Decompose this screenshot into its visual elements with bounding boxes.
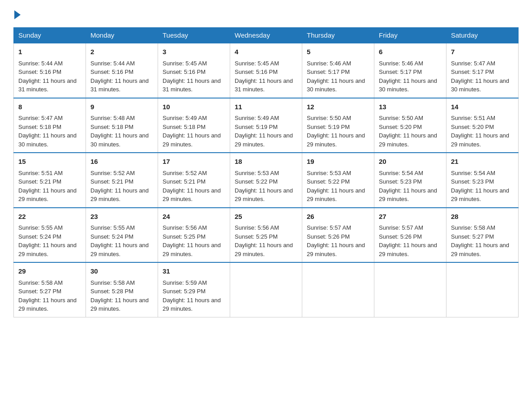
calendar-day-cell: 19Sunrise: 5:53 AMSunset: 5:22 PMDayligh… — [302, 153, 374, 208]
page-header — [13, 9, 519, 19]
calendar-day-header: Monday — [86, 28, 158, 43]
calendar-day-cell: 26Sunrise: 5:57 AMSunset: 5:26 PMDayligh… — [302, 208, 374, 263]
calendar-day-cell: 20Sunrise: 5:54 AMSunset: 5:23 PMDayligh… — [374, 153, 446, 208]
calendar-table: SundayMondayTuesdayWednesdayThursdayFrid… — [13, 27, 519, 317]
calendar-day-header: Tuesday — [158, 28, 230, 43]
day-number: 24 — [163, 212, 225, 222]
logo-arrow-icon — [14, 10, 21, 19]
calendar-day-cell: 28Sunrise: 5:58 AMSunset: 5:27 PMDayligh… — [446, 208, 519, 263]
calendar-day-cell: 23Sunrise: 5:55 AMSunset: 5:24 PMDayligh… — [86, 208, 158, 263]
calendar-header-row: SundayMondayTuesdayWednesdayThursdayFrid… — [14, 28, 519, 43]
day-number: 22 — [18, 212, 81, 222]
day-number: 7 — [451, 47, 514, 57]
calendar-day-cell: 25Sunrise: 5:56 AMSunset: 5:25 PMDayligh… — [230, 208, 302, 263]
calendar-day-cell: 5Sunrise: 5:46 AMSunset: 5:17 PMDaylight… — [302, 43, 374, 98]
calendar-day-cell — [230, 262, 302, 317]
calendar-day-header: Sunday — [14, 28, 86, 43]
calendar-day-cell: 4Sunrise: 5:45 AMSunset: 5:16 PMDaylight… — [230, 43, 302, 98]
day-number: 3 — [163, 47, 225, 57]
calendar-day-cell: 1Sunrise: 5:44 AMSunset: 5:16 PMDaylight… — [14, 43, 86, 98]
day-number: 4 — [235, 47, 297, 57]
calendar-day-cell: 14Sunrise: 5:51 AMSunset: 5:20 PMDayligh… — [446, 98, 519, 153]
day-number: 27 — [379, 212, 442, 222]
calendar-day-cell: 21Sunrise: 5:54 AMSunset: 5:23 PMDayligh… — [446, 153, 519, 208]
day-number: 11 — [235, 102, 297, 112]
calendar-day-cell: 30Sunrise: 5:58 AMSunset: 5:28 PMDayligh… — [86, 262, 158, 317]
calendar-day-cell: 7Sunrise: 5:47 AMSunset: 5:17 PMDaylight… — [446, 43, 519, 98]
day-number: 10 — [163, 102, 225, 112]
calendar-day-cell: 17Sunrise: 5:52 AMSunset: 5:21 PMDayligh… — [158, 153, 230, 208]
day-number: 20 — [379, 157, 442, 167]
calendar-day-cell: 13Sunrise: 5:50 AMSunset: 5:20 PMDayligh… — [374, 98, 446, 153]
calendar-day-header: Friday — [374, 28, 446, 43]
logo — [13, 9, 21, 19]
calendar-day-header: Thursday — [302, 28, 374, 43]
calendar-day-cell: 15Sunrise: 5:51 AMSunset: 5:21 PMDayligh… — [14, 153, 86, 208]
calendar-day-cell: 22Sunrise: 5:55 AMSunset: 5:24 PMDayligh… — [14, 208, 86, 263]
calendar-day-cell: 6Sunrise: 5:46 AMSunset: 5:17 PMDaylight… — [374, 43, 446, 98]
day-number: 16 — [90, 157, 153, 167]
day-number: 14 — [451, 102, 514, 112]
day-number: 18 — [235, 157, 297, 167]
calendar-day-cell: 8Sunrise: 5:47 AMSunset: 5:18 PMDaylight… — [14, 98, 86, 153]
calendar-day-header: Wednesday — [230, 28, 302, 43]
day-number: 5 — [307, 47, 369, 57]
calendar-day-cell: 11Sunrise: 5:49 AMSunset: 5:19 PMDayligh… — [230, 98, 302, 153]
calendar-day-cell: 2Sunrise: 5:44 AMSunset: 5:16 PMDaylight… — [86, 43, 158, 98]
day-number: 13 — [379, 102, 442, 112]
calendar-day-cell: 29Sunrise: 5:58 AMSunset: 5:27 PMDayligh… — [14, 262, 86, 317]
day-number: 15 — [18, 157, 81, 167]
calendar-day-cell: 12Sunrise: 5:50 AMSunset: 5:19 PMDayligh… — [302, 98, 374, 153]
day-number: 30 — [90, 266, 153, 277]
day-number: 23 — [90, 212, 153, 222]
day-number: 26 — [307, 212, 369, 222]
calendar-day-header: Saturday — [446, 28, 519, 43]
day-number: 17 — [163, 157, 225, 167]
calendar-day-cell — [446, 262, 519, 317]
calendar-day-cell: 24Sunrise: 5:56 AMSunset: 5:25 PMDayligh… — [158, 208, 230, 263]
day-number: 19 — [307, 157, 369, 167]
day-number: 25 — [235, 212, 297, 222]
calendar-day-cell — [302, 262, 374, 317]
calendar-day-cell: 18Sunrise: 5:53 AMSunset: 5:22 PMDayligh… — [230, 153, 302, 208]
day-number: 12 — [307, 102, 369, 112]
day-number: 29 — [18, 266, 81, 277]
day-number: 31 — [163, 266, 225, 277]
calendar-day-cell: 3Sunrise: 5:45 AMSunset: 5:16 PMDaylight… — [158, 43, 230, 98]
day-number: 2 — [90, 47, 153, 57]
day-number: 21 — [451, 157, 514, 167]
calendar-day-cell: 31Sunrise: 5:59 AMSunset: 5:29 PMDayligh… — [158, 262, 230, 317]
calendar-day-cell: 16Sunrise: 5:52 AMSunset: 5:21 PMDayligh… — [86, 153, 158, 208]
calendar-day-cell: 27Sunrise: 5:57 AMSunset: 5:26 PMDayligh… — [374, 208, 446, 263]
day-number: 1 — [18, 47, 81, 57]
day-number: 8 — [18, 102, 81, 112]
day-number: 6 — [379, 47, 442, 57]
calendar-week-row: 8Sunrise: 5:47 AMSunset: 5:18 PMDaylight… — [14, 98, 519, 153]
calendar-week-row: 22Sunrise: 5:55 AMSunset: 5:24 PMDayligh… — [14, 208, 519, 263]
day-number: 9 — [90, 102, 153, 112]
calendar-day-cell: 9Sunrise: 5:48 AMSunset: 5:18 PMDaylight… — [86, 98, 158, 153]
day-number: 28 — [451, 212, 514, 222]
calendar-week-row: 1Sunrise: 5:44 AMSunset: 5:16 PMDaylight… — [14, 43, 519, 98]
calendar-week-row: 29Sunrise: 5:58 AMSunset: 5:27 PMDayligh… — [14, 262, 519, 317]
calendar-day-cell: 10Sunrise: 5:49 AMSunset: 5:18 PMDayligh… — [158, 98, 230, 153]
calendar-day-cell — [374, 262, 446, 317]
calendar-week-row: 15Sunrise: 5:51 AMSunset: 5:21 PMDayligh… — [14, 153, 519, 208]
